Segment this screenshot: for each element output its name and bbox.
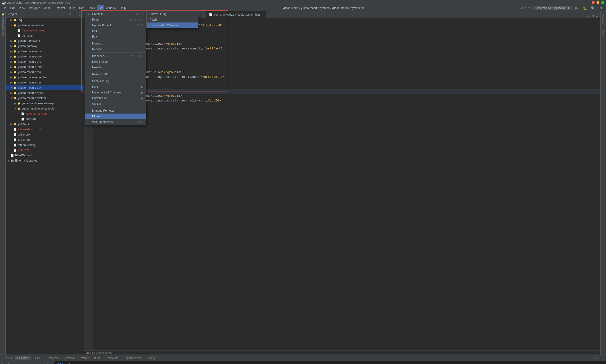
tree-framework[interactable]: ▶ 📁 yudao-framework: [6, 38, 83, 43]
project-settings-btn[interactable]: ⚙: [68, 12, 72, 16]
tree-external-libs[interactable]: ▶ 📚 External Libraries: [6, 158, 83, 163]
tab-services[interactable]: Services: [15, 356, 30, 360]
maven-icon[interactable]: Maven: [601, 26, 606, 41]
settings-btn[interactable]: ⚙: [597, 5, 604, 11]
readme-icon: 📄: [10, 154, 14, 157]
tab-spring[interactable]: Spring: [144, 356, 157, 360]
git-patch[interactable]: Patch ▶: [85, 84, 146, 90]
run-btn[interactable]: ▶: [573, 5, 580, 11]
project-gear-btn[interactable]: ⋮: [77, 12, 82, 16]
menu-run[interactable]: Run: [77, 5, 86, 11]
menu-git[interactable]: Git: [96, 5, 104, 11]
tree-root-pom[interactable]: ▶ 📄 pom.xml: [6, 148, 83, 153]
tab-dependencies[interactable]: Dependencies: [121, 356, 144, 360]
tree-readme[interactable]: ▶ 📄 README.md: [6, 153, 83, 158]
menu-navigate[interactable]: Navigate: [27, 5, 42, 11]
tree-module-mall[interactable]: ▶ 📁 yudao-module-mall: [6, 69, 83, 75]
git-pull[interactable]: Pull…: [85, 28, 146, 34]
tree-module-bpm[interactable]: ▶ 📁 yudao-module-bpm: [6, 49, 83, 54]
java-tab-close[interactable]: ✕: [201, 13, 203, 16]
tab-endpoints[interactable]: Endpoints: [103, 356, 121, 360]
git-commit[interactable]: ✓Commit… Ctrl+K: [85, 11, 146, 17]
tree-module-erp[interactable]: ▶ 📁 yudao-module-erp: [6, 59, 83, 64]
tree-gateway[interactable]: ▶ 📁 yudao-gateway: [6, 43, 83, 49]
tree-yudao-ui[interactable]: ▶ 📁 yudao-ui: [6, 122, 83, 127]
tree-sql[interactable]: ▶ 📁 .sql: [6, 17, 83, 23]
git-new-branch[interactable]: New Branch…: [85, 59, 146, 65]
tree-lombok[interactable]: ▶ 📄 lombok.config: [6, 142, 83, 148]
menu-edit[interactable]: Edit: [8, 5, 17, 11]
tab-build[interactable]: Build: [92, 356, 103, 360]
title-bar-title: yudao-cloud – pom.xml (yudao-module-syst…: [7, 1, 71, 4]
xml-tab-close[interactable]: ✕: [261, 13, 263, 16]
bottom-settings-btn[interactable]: ⚙: [595, 356, 599, 360]
tree-system-biz-flat[interactable]: ▶ 📄 flattened-pom.xml: [6, 111, 83, 116]
tree-license[interactable]: ▶ 📄 LICENSE: [6, 137, 83, 142]
git-show-log[interactable]: Show Git Log: [85, 78, 146, 84]
tab-git-bottom[interactable]: ⎇ Git: [2, 356, 14, 360]
tree-module-system[interactable]: ▼ 📁 yudao-module-system: [6, 96, 83, 101]
git-new-tag[interactable]: New Tag…: [85, 65, 146, 70]
menu-build[interactable]: Build: [67, 5, 77, 11]
tree-root-flat[interactable]: ▶ 📄 flattened-pom.xml: [6, 127, 83, 132]
bottom-gear-btn[interactable]: ⋮: [600, 356, 604, 360]
menu-file[interactable]: File: [0, 5, 8, 11]
menu-tools[interactable]: Tools: [86, 5, 96, 11]
submenu-show-git-log[interactable]: Show Git Log: [147, 11, 198, 17]
git-uncommitted-changes[interactable]: Uncommitted Changes ▶: [85, 90, 146, 95]
tree-system-api[interactable]: ▶ 📁 yudao-module-system-api: [6, 101, 83, 106]
search-everywhere-btn[interactable]: 🔍: [589, 5, 596, 11]
maximize-btn[interactable]: [601, 1, 604, 4]
git-fetch[interactable]: Fetch: [85, 34, 146, 39]
services-settings-btn[interactable]: ⚙: [46, 363, 49, 364]
menu-window[interactable]: Window: [104, 5, 118, 11]
title-bar-left: ☕ yudao-cloud – pom.xml (yudao-module-sy…: [2, 1, 71, 4]
close-btn[interactable]: [592, 1, 595, 4]
license-icon: 📄: [13, 138, 17, 142]
tree-module-infra[interactable]: ▶ 📁 yudao-module-infra: [6, 64, 83, 69]
tab-terminal[interactable]: Terminal: [62, 356, 77, 360]
submenu-uncommitted-changes[interactable]: Uncommitted Changes: [147, 23, 198, 28]
tree-pom-dep[interactable]: ▶ 📄 pom.xml: [6, 33, 83, 38]
tree-module-report[interactable]: ▶ 📁 yudao-module-report: [6, 90, 83, 96]
menu-code[interactable]: Code: [42, 5, 53, 11]
run-config[interactable]: SystemServerApplication ▼: [533, 6, 572, 10]
tab-todo[interactable]: TODO: [31, 356, 44, 360]
tree-yudao-dependencies[interactable]: ▼ 📁 yudao-dependencies: [6, 23, 83, 28]
git-merge[interactable]: Merge…: [85, 41, 146, 46]
project-layout-btn[interactable]: ☰: [73, 12, 77, 16]
code-editor[interactable]: 5556575859 6061626364 6566676869 7071727…: [84, 18, 600, 351]
tab-problems[interactable]: Problems: [44, 356, 61, 360]
git-manage-remotes[interactable]: Manage Remotes…: [85, 108, 146, 114]
git-update-project[interactable]: Update Project… Ctrl+T: [85, 23, 146, 28]
git-branches[interactable]: Branches… Ctrl+Shift+`: [85, 53, 146, 59]
services-header-actions: ⚙ ⋮: [46, 363, 52, 364]
minimize-btn[interactable]: [596, 1, 599, 4]
git-github[interactable]: GitHub: [85, 101, 146, 107]
console-output[interactable]: https://... [报表模块 yudao-module-report 教程…: [55, 361, 606, 364]
menu-help[interactable]: Help: [118, 5, 128, 11]
git-rebase[interactable]: Rebase…: [85, 46, 146, 52]
git-current-file[interactable]: Current File ▶: [85, 95, 146, 101]
tree-gitignore[interactable]: ▶ 📄 .gitignore: [6, 132, 83, 137]
menu-view[interactable]: View: [17, 5, 27, 11]
git-clone[interactable]: Clone…: [85, 114, 146, 119]
tab-pom-xml[interactable]: 📄 pom.xml (yudao-module-system-biz) ✕: [206, 11, 266, 18]
tree-module-pay[interactable]: ▼ 📁 yudao-module-pay: [6, 85, 83, 90]
git-vcs-operations[interactable]: VCS Operations Alt+`: [85, 119, 146, 125]
tab-profiler[interactable]: Profiler: [77, 356, 91, 360]
tree-flattened-pom[interactable]: ▶ 📄 flattened-pom.xml: [6, 28, 83, 33]
submenu-patch[interactable]: Patch: [147, 17, 198, 23]
tree-module-member[interactable]: ▶ 📁 yudao-module-member: [6, 75, 83, 80]
database-icon[interactable]: Database: [601, 12, 606, 26]
tree-module-mp[interactable]: ▶ 📁 yudao-module-mp: [6, 80, 83, 85]
services-more-btn[interactable]: ⋮: [50, 363, 52, 364]
menu-refactor[interactable]: Refactor: [53, 5, 67, 11]
git-reset-head[interactable]: Reset HEAD…: [85, 71, 146, 77]
debug-btn[interactable]: 🐛: [581, 5, 588, 11]
git-push[interactable]: Push… Ctrl+Shift+K: [85, 17, 146, 23]
tree-system-biz-pom[interactable]: ▶ 📄 pom.xml: [6, 116, 83, 122]
tree-system-biz[interactable]: ▼ 📁 yudao-module-system-biz: [6, 106, 83, 111]
tree-module-crm[interactable]: ▶ 📁 yudao-module-crm: [6, 54, 83, 59]
bookmarks-icon[interactable]: Bookmarks: [0, 27, 5, 32]
